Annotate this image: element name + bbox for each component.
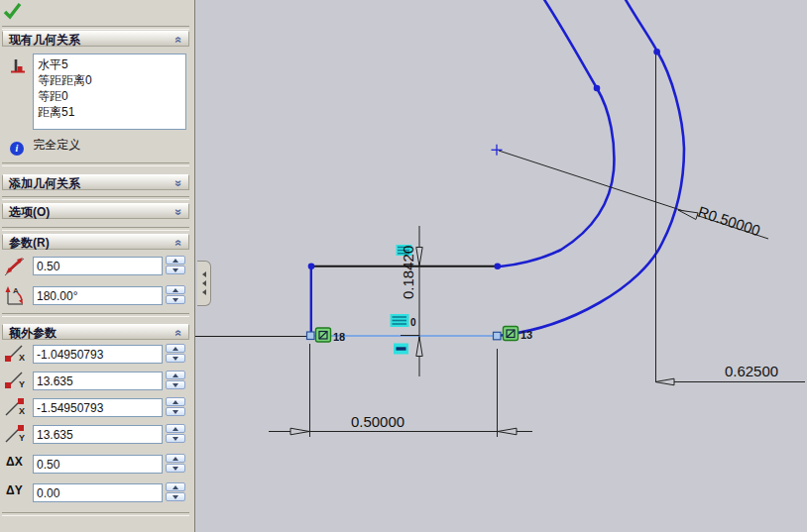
angle-icon: A bbox=[3, 284, 29, 308]
divider bbox=[2, 196, 189, 200]
section-header-parameters[interactable]: 参数(R) « bbox=[2, 234, 189, 250]
angle-spinner[interactable] bbox=[166, 285, 185, 306]
relation-badge-right[interactable]: 13 bbox=[504, 327, 533, 342]
divider bbox=[2, 26, 189, 30]
spin-up-button[interactable] bbox=[166, 424, 185, 433]
delta-y-icon: ΔY bbox=[3, 481, 29, 505]
spin-down-button[interactable] bbox=[166, 295, 185, 304]
end-point-x-input[interactable] bbox=[33, 398, 163, 417]
spinner[interactable] bbox=[166, 424, 185, 445]
end-point-x-icon: X bbox=[3, 396, 29, 420]
chevron-up-icon: « bbox=[172, 37, 187, 44]
chevron-up-icon: « bbox=[172, 330, 187, 337]
length-icon bbox=[3, 255, 29, 278]
spin-up-button[interactable] bbox=[166, 482, 185, 491]
divider bbox=[2, 162, 189, 166]
spin-down-button[interactable] bbox=[166, 407, 185, 416]
chevron-down-icon: » bbox=[172, 180, 187, 187]
sketch-point-handle[interactable] bbox=[307, 332, 315, 340]
list-item[interactable]: 等距距离0 bbox=[38, 72, 181, 88]
left-arrow-icon bbox=[202, 289, 206, 295]
spin-down-button[interactable] bbox=[166, 266, 185, 274]
relation-highlight-icon[interactable]: 0 bbox=[391, 314, 417, 328]
left-arrow-icon bbox=[202, 280, 206, 286]
dimension-text[interactable]: 0.50000 bbox=[351, 413, 404, 430]
section-title: 参数(R) bbox=[9, 236, 50, 250]
svg-text:A: A bbox=[13, 286, 19, 295]
spin-up-button[interactable] bbox=[166, 454, 185, 463]
spinner[interactable] bbox=[166, 371, 185, 391]
divider bbox=[2, 512, 189, 516]
end-point-y-icon: Y bbox=[3, 423, 29, 447]
start-point-x-icon: X bbox=[3, 343, 29, 367]
length-input[interactable] bbox=[33, 257, 163, 275]
spin-down-button[interactable] bbox=[166, 492, 185, 501]
list-item[interactable]: 等距0 bbox=[38, 88, 181, 104]
badge-label: 13 bbox=[520, 329, 532, 341]
spin-down-button[interactable] bbox=[166, 354, 185, 363]
section-title: 额外参数 bbox=[9, 326, 57, 340]
section-title: 选项(O) bbox=[9, 205, 50, 219]
badge-label: 18 bbox=[333, 331, 345, 343]
length-spinner[interactable] bbox=[166, 256, 185, 276]
spline-point[interactable] bbox=[594, 85, 601, 92]
spline-point[interactable] bbox=[653, 49, 660, 55]
relation-highlight-icon[interactable] bbox=[394, 344, 408, 355]
spin-up-button[interactable] bbox=[166, 256, 185, 265]
relations-listbox[interactable]: 水平5 等距距离0 等距0 距离51 bbox=[33, 53, 186, 130]
start-point-y-input[interactable] bbox=[33, 372, 163, 390]
section-header-existing-relations[interactable]: 现有几何关系 « bbox=[2, 31, 189, 47]
property-manager-panel: 现有几何关系 « 水平5 等距距离0 等距0 距离51 i 完全定义 添加几何关… bbox=[0, 0, 195, 532]
sketch-canvas[interactable]: R0.50000 0 0.18420 bbox=[195, 0, 807, 532]
sketch-point-handle[interactable] bbox=[494, 332, 502, 340]
left-arrow-icon bbox=[202, 271, 206, 277]
spinner[interactable] bbox=[166, 454, 185, 475]
spin-down-button[interactable] bbox=[166, 464, 185, 473]
delta-x-icon: ΔX bbox=[3, 453, 29, 477]
section-title: 添加几何关系 bbox=[9, 176, 80, 190]
status-text: 完全定义 bbox=[33, 138, 80, 152]
spin-up-button[interactable] bbox=[166, 371, 185, 379]
start-point-x-input[interactable] bbox=[33, 345, 163, 364]
spinner[interactable] bbox=[166, 482, 185, 503]
delta-y-input[interactable] bbox=[33, 483, 163, 502]
end-point-y-input[interactable] bbox=[33, 425, 163, 444]
divider bbox=[2, 227, 189, 231]
spin-up-button[interactable] bbox=[166, 285, 185, 294]
relation-badge-left[interactable]: 18 bbox=[316, 328, 346, 343]
spin-up-button[interactable] bbox=[166, 397, 185, 406]
sketch-point[interactable] bbox=[308, 264, 315, 270]
status-row: i 完全定义 bbox=[10, 137, 80, 153]
dimension-text[interactable]: 0.62500 bbox=[725, 363, 778, 379]
sketch-point[interactable] bbox=[495, 264, 502, 270]
section-header-add-relations[interactable]: 添加几何关系 » bbox=[2, 174, 189, 190]
section-header-extra-parameters[interactable]: 额外参数 « bbox=[2, 324, 189, 340]
dimension-text[interactable]: 0.18420 bbox=[400, 246, 416, 299]
relation-type-icon bbox=[8, 55, 28, 79]
check-icon bbox=[3, 1, 23, 21]
spinner[interactable] bbox=[166, 344, 185, 365]
spin-down-button[interactable] bbox=[166, 434, 185, 443]
chevron-up-icon: « bbox=[172, 240, 187, 247]
ok-button[interactable] bbox=[3, 1, 23, 21]
section-header-options[interactable]: 选项(O) » bbox=[2, 203, 189, 219]
spin-up-button[interactable] bbox=[166, 344, 185, 353]
list-item[interactable]: 水平5 bbox=[38, 56, 181, 72]
info-icon: i bbox=[10, 142, 24, 156]
angle-input[interactable] bbox=[33, 286, 163, 305]
list-item[interactable]: 距离51 bbox=[38, 104, 181, 120]
delta-x-input[interactable] bbox=[33, 455, 163, 474]
relation-count: 0 bbox=[410, 317, 416, 328]
spin-down-button[interactable] bbox=[166, 380, 185, 389]
chevron-down-icon: » bbox=[172, 209, 187, 216]
panel-collapse-tab[interactable] bbox=[197, 261, 211, 306]
section-title: 现有几何关系 bbox=[9, 33, 80, 47]
start-point-y-icon: Y bbox=[3, 370, 29, 393]
divider bbox=[2, 313, 189, 317]
spinner[interactable] bbox=[166, 397, 185, 418]
